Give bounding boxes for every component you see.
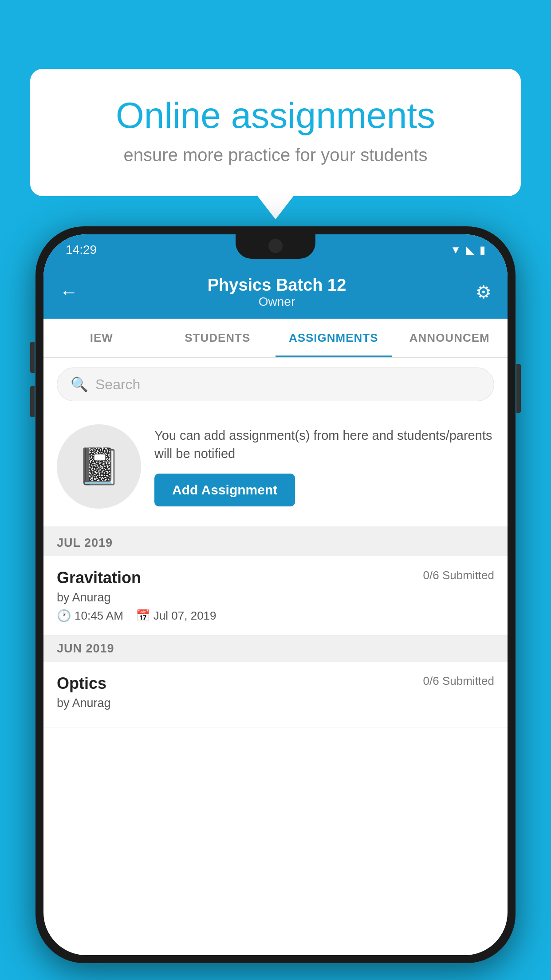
power-button	[516, 364, 521, 413]
tab-students[interactable]: STUDENTS	[160, 319, 276, 357]
speech-bubble: Online assignments ensure more practice …	[30, 69, 521, 196]
status-time: 14:29	[66, 243, 97, 257]
volume-down-button	[30, 386, 35, 417]
assignment-by-optics: by Anurag	[57, 696, 494, 710]
assignment-submitted-optics: 0/6 Submitted	[423, 674, 494, 688]
status-icons: ▼ ◣ ▮	[450, 244, 485, 256]
assignment-time: 🕐 10:45 AM	[57, 609, 123, 623]
promo-text: You can add assignment(s) from here and …	[154, 427, 494, 462]
promo-section: 📓 You can add assignment(s) from here an…	[43, 411, 508, 530]
assignment-meta: 🕐 10:45 AM 📅 Jul 07, 2019	[57, 609, 494, 623]
phone-outer: 14:29 ▼ ◣ ▮ ← Physics Batch 12 Owner ⚙	[35, 226, 516, 963]
phone-screen: 14:29 ▼ ◣ ▮ ← Physics Batch 12 Owner ⚙	[43, 234, 508, 955]
month-label-jul: JUL 2019	[57, 536, 113, 549]
promo-content: You can add assignment(s) from here and …	[154, 427, 494, 506]
signal-icon: ◣	[466, 244, 474, 256]
tab-announcements[interactable]: ANNOUNCEM	[392, 319, 508, 357]
calendar-icon: 📅	[136, 609, 150, 623]
assignment-submitted: 0/6 Submitted	[423, 569, 494, 582]
bubble-title: Online assignments	[66, 95, 485, 135]
tabs-bar: IEW STUDENTS ASSIGNMENTS ANNOUNCEM	[43, 319, 508, 358]
search-icon: 🔍	[71, 376, 88, 393]
assignment-name-optics: Optics	[57, 674, 106, 693]
promo-icon-circle: 📓	[57, 424, 141, 509]
speech-bubble-container: Online assignments ensure more practice …	[30, 69, 521, 196]
header-center: Physics Batch 12 Owner	[208, 276, 346, 309]
battery-icon: ▮	[480, 244, 485, 256]
wifi-icon: ▼	[450, 244, 461, 256]
header-title: Physics Batch 12	[208, 276, 346, 295]
search-bar[interactable]: 🔍 Search	[57, 368, 494, 401]
search-container: 🔍 Search	[43, 358, 508, 411]
assignment-item-optics[interactable]: Optics 0/6 Submitted by Anurag	[43, 662, 508, 727]
back-button[interactable]: ←	[59, 281, 78, 303]
clock-icon: 🕐	[57, 609, 71, 623]
assignment-top-row: Gravitation 0/6 Submitted	[57, 569, 494, 587]
tab-iew[interactable]: IEW	[43, 319, 160, 357]
settings-icon[interactable]: ⚙	[476, 282, 492, 302]
app-header: ← Physics Batch 12 Owner ⚙	[43, 265, 508, 319]
tab-assignments[interactable]: ASSIGNMENTS	[276, 319, 392, 357]
phone-notch	[236, 234, 315, 259]
assignment-by: by Anurag	[57, 591, 494, 605]
header-subtitle: Owner	[208, 295, 346, 309]
assignment-item-gravitation[interactable]: Gravitation 0/6 Submitted by Anurag 🕐 10…	[43, 556, 508, 636]
volume-up-button	[30, 342, 35, 373]
month-label-jun: JUN 2019	[57, 642, 114, 655]
assignment-top-row-optics: Optics 0/6 Submitted	[57, 674, 494, 693]
assignment-name: Gravitation	[57, 569, 141, 587]
phone-wrapper: 14:29 ▼ ◣ ▮ ← Physics Batch 12 Owner ⚙	[35, 226, 516, 963]
phone-camera	[268, 239, 283, 253]
notebook-icon: 📓	[77, 446, 121, 487]
bubble-subtitle: ensure more practice for your students	[66, 145, 485, 165]
add-assignment-button[interactable]: Add Assignment	[154, 474, 295, 506]
assignment-date: 📅 Jul 07, 2019	[136, 609, 216, 623]
month-header-jun: JUN 2019	[43, 636, 508, 662]
search-input[interactable]: Search	[95, 376, 140, 393]
month-header-jul: JUL 2019	[43, 530, 508, 556]
